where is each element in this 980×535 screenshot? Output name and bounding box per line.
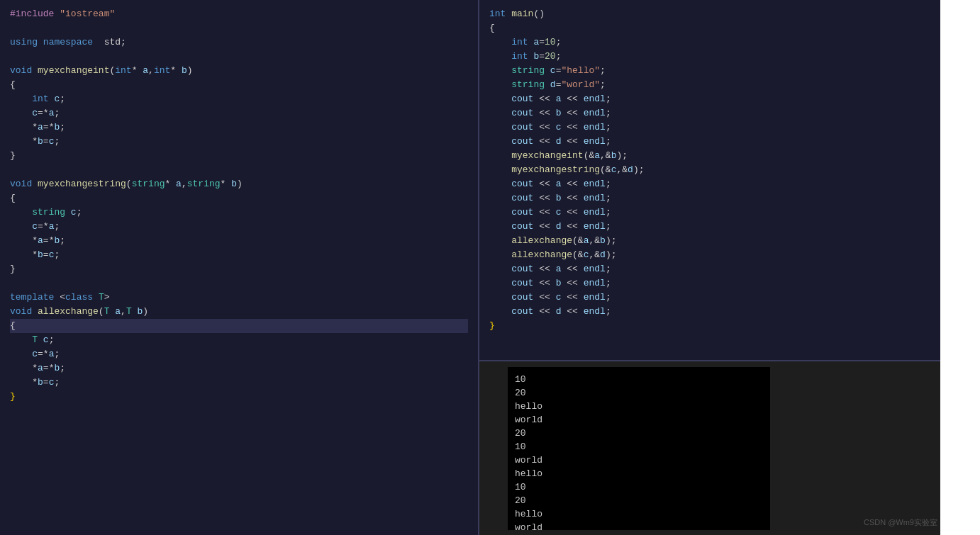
code-line: void myexchangestring(string* a,string* …	[10, 177, 468, 191]
code-line: *b=c;	[10, 248, 468, 262]
code-line: void allexchange(T a,T b)	[10, 305, 468, 319]
code-line: }	[10, 390, 468, 404]
console-output-panel: 10 20 hello world 20 10 world hello 10 2…	[508, 367, 770, 530]
code-line: }	[10, 262, 468, 276]
code-line: int b=20;	[489, 50, 930, 64]
code-line: cout << c << endl;	[489, 291, 930, 305]
code-line: cout << d << endl;	[489, 220, 930, 234]
code-line-end-brace: }	[489, 319, 930, 333]
code-line: cout << c << endl;	[489, 205, 930, 220]
code-line: string d="world";	[489, 78, 930, 92]
code-line: allexchange(&c,&d);	[489, 248, 930, 262]
code-line: }	[10, 149, 468, 163]
code-line: cout << a << endl;	[489, 92, 930, 106]
code-line: *a=*b;	[10, 361, 468, 376]
code-line	[10, 50, 468, 64]
watermark: CSDN @Wm9实验室	[864, 517, 937, 528]
code-line: cout << a << endl;	[489, 262, 930, 276]
code-line	[10, 21, 468, 35]
code-line: cout << d << endl;	[489, 135, 930, 149]
code-line: cout << b << endl;	[489, 191, 930, 205]
code-line: *b=c;	[10, 135, 468, 149]
code-line: *a=*b;	[10, 120, 468, 135]
code-line: using namespace std;	[10, 35, 468, 50]
code-line: int a=10;	[489, 35, 930, 50]
code-line: string c="hello";	[489, 64, 930, 78]
code-line: void myexchangeint(int* a,int* b)	[10, 64, 468, 78]
main-layout: #include "iostream" using namespace std;…	[0, 0, 980, 535]
code-line: cout << a << endl;	[489, 177, 930, 191]
code-line: c=*a;	[10, 347, 468, 361]
code-line: c=*a;	[10, 106, 468, 120]
code-line: {	[489, 21, 930, 35]
code-line: {	[10, 78, 468, 92]
code-line: int c;	[10, 92, 468, 106]
code-line: cout << b << endl;	[489, 276, 930, 291]
code-line-template: template <class T>	[10, 291, 468, 305]
right-code-panel: int main() { int a=10; int b=20; string …	[479, 0, 940, 361]
code-line: allexchange(&a,&b);	[489, 234, 930, 248]
code-line	[10, 276, 468, 291]
code-line: string c;	[10, 205, 468, 220]
code-line: myexchangeint(&a,&b);	[489, 149, 930, 163]
code-line: cout << d << endl;	[489, 305, 930, 319]
code-line: myexchangestring(&c,&d);	[489, 163, 930, 177]
left-code-panel: #include "iostream" using namespace std;…	[0, 0, 479, 535]
right-sidebar-white	[940, 0, 980, 535]
code-line: cout << b << endl;	[489, 106, 930, 120]
console-output-text: 10 20 hello world 20 10 world hello 10 2…	[515, 373, 763, 530]
code-line: T c;	[10, 333, 468, 347]
code-line: *b=c;	[10, 376, 468, 390]
code-line: int main()	[489, 7, 930, 21]
code-line	[10, 163, 468, 177]
code-line: cout << c << endl;	[489, 120, 930, 135]
code-line-brace-hl: {	[10, 319, 468, 333]
code-line: c=*a;	[10, 220, 468, 234]
code-line: #include "iostream"	[10, 7, 468, 21]
code-line: {	[10, 191, 468, 205]
code-line: *a=*b;	[10, 234, 468, 248]
